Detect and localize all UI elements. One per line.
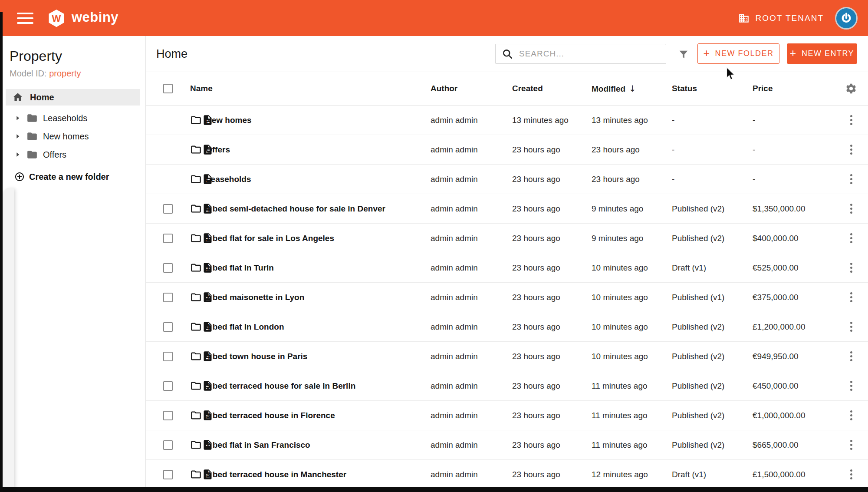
row-checkbox[interactable]	[163, 352, 173, 361]
row-created: 23 hours ago	[512, 470, 592, 479]
row-name[interactable]: 2 bed flat in San Francisco	[206, 440, 431, 450]
kebab-menu-icon[interactable]	[848, 142, 855, 157]
table-row[interactable]: 3 bed terraced house in Manchester admin…	[146, 460, 868, 487]
table-row[interactable]: 4 bed town house in Paris admin admin 23…	[146, 342, 868, 371]
table-row[interactable]: 3 bed terraced house in Florence admin a…	[146, 401, 868, 430]
chevron-right-icon[interactable]	[14, 115, 21, 122]
row-name[interactable]: 1 bed flat in Turin	[206, 263, 431, 273]
row-name[interactable]: New homes	[206, 116, 431, 125]
avatar[interactable]	[835, 7, 858, 30]
row-status: -	[672, 175, 753, 184]
row-author: admin admin	[431, 234, 512, 243]
kebab-menu-icon[interactable]	[848, 172, 855, 187]
sidebar-folder-leaseholds[interactable]: Leaseholds	[0, 109, 145, 127]
sidebar-folder-label: Offers	[43, 150, 66, 160]
row-status: Published (v1)	[672, 293, 753, 302]
kebab-menu-icon[interactable]	[848, 467, 855, 482]
column-header-status[interactable]: Status	[672, 84, 753, 93]
row-name[interactable]: Leaseholds	[206, 175, 431, 184]
row-checkbox[interactable]	[163, 470, 173, 479]
menu-icon[interactable]	[17, 13, 33, 24]
column-header-price[interactable]: Price	[753, 84, 834, 93]
kebab-menu-icon[interactable]	[848, 437, 855, 452]
page-title: Property	[10, 48, 145, 64]
new-folder-button[interactable]: + NEW FOLDER	[697, 43, 779, 64]
row-price: €1,000,000.00	[753, 411, 834, 420]
kebab-menu-icon[interactable]	[848, 408, 855, 423]
row-checkbox[interactable]	[163, 293, 173, 302]
column-header-author[interactable]: Author	[431, 84, 512, 93]
plus-circle-icon	[14, 172, 25, 182]
row-name[interactable]: 4 bed semi-detached house for sale in De…	[206, 204, 431, 214]
column-header-modified[interactable]: Modified↓	[592, 83, 672, 94]
new-entry-button[interactable]: + NEW ENTRY	[787, 43, 857, 64]
row-name[interactable]: 2 bed maisonette in Lyon	[206, 293, 431, 302]
sidebar: Property Model ID: property Home Leaseho…	[0, 36, 146, 487]
row-checkbox[interactable]	[163, 322, 173, 332]
kebab-menu-icon[interactable]	[848, 260, 855, 275]
table-row[interactable]: 2 bed flat in San Francisco admin admin …	[146, 430, 868, 460]
kebab-menu-icon[interactable]	[848, 290, 855, 305]
row-created: 23 hours ago	[512, 322, 592, 332]
select-all-checkbox[interactable]	[163, 84, 173, 93]
row-name[interactable]: Offers	[206, 145, 431, 155]
model-id: Model ID: property	[10, 69, 145, 79]
sidebar-item-home[interactable]: Home	[6, 89, 140, 106]
table-row[interactable]: New homes admin admin 13 minutes ago 13 …	[146, 106, 868, 135]
column-header-created[interactable]: Created	[512, 84, 592, 93]
table-row[interactable]: 4 bed flat in London admin admin 23 hour…	[146, 312, 868, 342]
kebab-menu-icon[interactable]	[848, 378, 855, 393]
hexagon-logo-icon: W	[46, 9, 66, 27]
folder-icon	[26, 131, 38, 142]
kebab-menu-icon[interactable]	[848, 319, 855, 334]
row-modified: 10 minutes ago	[592, 322, 672, 332]
kebab-menu-icon[interactable]	[848, 112, 855, 128]
filter-icon[interactable]	[676, 47, 691, 62]
chevron-right-icon[interactable]	[14, 133, 21, 140]
row-name[interactable]: 4 bed town house in Paris	[206, 352, 431, 361]
row-checkbox[interactable]	[163, 234, 173, 243]
folder-icon	[190, 380, 202, 392]
row-modified: 10 minutes ago	[592, 263, 672, 273]
new-entry-label: NEW ENTRY	[802, 49, 854, 58]
webiny-logo[interactable]: W webiny	[46, 9, 118, 27]
row-name[interactable]: 3 bed terraced house for sale in Berlin	[206, 381, 431, 391]
sidebar-folder-new-homes[interactable]: New homes	[0, 127, 145, 145]
table-row[interactable]: 3 bed terraced house for sale in Berlin …	[146, 371, 868, 401]
row-status: Draft (v1)	[672, 263, 753, 273]
chevron-right-icon[interactable]	[14, 151, 21, 158]
kebab-menu-icon[interactable]	[848, 349, 855, 364]
table-row[interactable]: Leaseholds admin admin 23 hours ago 23 h…	[146, 165, 868, 194]
row-name[interactable]: 3 bed terraced house in Florence	[206, 411, 431, 420]
table-row[interactable]: Offers admin admin 23 hours ago 23 hours…	[146, 135, 868, 165]
kebab-menu-icon[interactable]	[848, 231, 855, 246]
model-id-value[interactable]: property	[49, 69, 81, 78]
row-checkbox[interactable]	[163, 263, 173, 273]
row-checkbox[interactable]	[163, 440, 173, 450]
kebab-menu-icon[interactable]	[848, 201, 855, 216]
row-checkbox[interactable]	[163, 204, 173, 214]
search-box	[495, 44, 666, 64]
table-row[interactable]: 2 bed maisonette in Lyon admin admin 23 …	[146, 283, 868, 312]
sidebar-folder-offers[interactable]: Offers	[0, 145, 145, 164]
search-input[interactable]	[519, 49, 661, 59]
app-window: W webiny ROOT TENANT Property	[0, 0, 868, 487]
row-checkbox[interactable]	[163, 381, 173, 391]
row-author: admin admin	[431, 352, 512, 361]
table-settings-button[interactable]	[845, 83, 857, 95]
row-created: 13 minutes ago	[512, 116, 592, 125]
row-name[interactable]: 3 bed terraced house in Manchester	[206, 470, 431, 479]
table-row[interactable]: 1 bed flat in Turin admin admin 23 hours…	[146, 253, 868, 283]
row-created: 23 hours ago	[512, 352, 592, 361]
row-status: Draft (v1)	[672, 470, 753, 479]
folder-icon	[190, 114, 202, 126]
table-row[interactable]: 1 bed flat for sale in Los Angeles admin…	[146, 224, 868, 253]
create-folder-button[interactable]: Create a new folder	[14, 172, 145, 182]
table-row[interactable]: 4 bed semi-detached house for sale in De…	[146, 194, 868, 224]
row-checkbox[interactable]	[163, 411, 173, 420]
tenant-selector[interactable]: ROOT TENANT	[738, 13, 824, 24]
column-header-name[interactable]: Name	[190, 84, 431, 93]
row-created: 23 hours ago	[512, 381, 592, 391]
row-name[interactable]: 1 bed flat for sale in Los Angeles	[206, 234, 431, 243]
row-name[interactable]: 4 bed flat in London	[206, 322, 431, 332]
